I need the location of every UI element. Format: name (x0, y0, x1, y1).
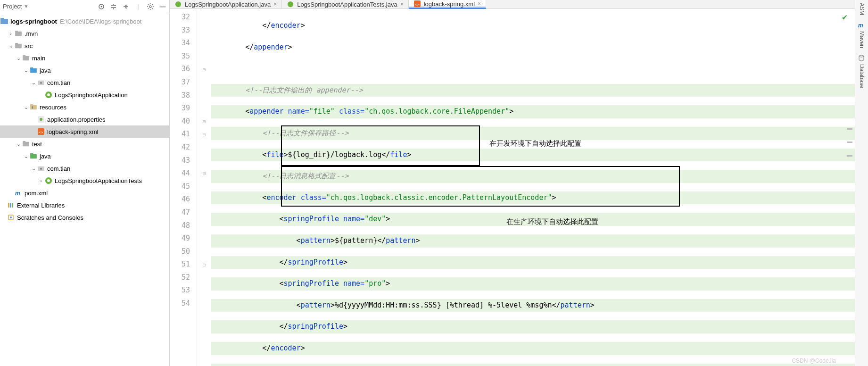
tree-item-label: java (40, 153, 51, 160)
resources-folder-icon (29, 103, 38, 111)
test-folder-icon (29, 152, 38, 160)
tree-item-label: test (32, 141, 42, 148)
close-icon[interactable]: × (478, 0, 481, 7)
line-number: 48 (170, 219, 190, 233)
tree-src[interactable]: ⌄src (0, 40, 169, 52)
tree-app-test[interactable]: ›LogsSpringbootApplicationTests (0, 175, 169, 187)
collapse-all-icon[interactable] (122, 3, 130, 10)
line-number: 38 (170, 89, 190, 102)
svg-rect-31 (8, 203, 9, 208)
expand-all-icon[interactable] (110, 3, 117, 10)
line-number: 44 (170, 167, 190, 180)
svg-rect-8 (15, 43, 18, 44)
fold-marker-icon[interactable]: ⊟ (197, 63, 211, 76)
rb-database[interactable]: Database (858, 55, 866, 88)
tree-java-test[interactable]: ⌄java (0, 150, 169, 162)
annotation-text-dev: 在开发环境下自动选择此配置 (489, 139, 581, 148)
settings-icon[interactable] (147, 3, 154, 10)
tab-app-main[interactable]: LogsSpringbootApplication.java × (170, 0, 282, 8)
chevron-down-icon: ⌄ (8, 43, 14, 49)
chevron-down-icon: ⌄ (30, 166, 37, 172)
close-icon[interactable]: × (400, 1, 404, 8)
tree-item-label: External Libraries (17, 202, 65, 209)
svg-point-2 (149, 6, 151, 8)
code-editor[interactable]: ✔ 32 33 34 35 36 37 38 39 40 41 42 43 44… (170, 9, 855, 366)
tree-main[interactable]: ⌄main (0, 52, 169, 64)
svg-rect-33 (12, 203, 13, 208)
tree-item-label: application.properties (47, 116, 106, 123)
svg-rect-6 (15, 31, 18, 32)
tree-item-label: com.tian (47, 165, 70, 172)
line-number: 43 (170, 154, 190, 167)
line-number: 54 (170, 297, 190, 310)
svg-rect-18 (32, 106, 33, 108)
tree-logback[interactable]: <>logback-spring.xml (0, 125, 169, 138)
rb-asm[interactable]: ASM (859, 3, 865, 15)
line-gutter: 32 33 34 35 36 37 38 39 40 41 42 43 44 4… (170, 9, 197, 366)
fold-marker-icon[interactable]: ⊟ (197, 167, 211, 180)
line-number: 35 (170, 50, 190, 63)
library-icon (7, 201, 15, 209)
tab-label: LogsSpringbootApplication.java (185, 1, 271, 8)
svg-rect-32 (10, 203, 11, 208)
tree-app-main[interactable]: LogsSpringbootApplication (0, 89, 169, 101)
tab-app-tests[interactable]: LogsSpringbootApplicationTests.java × (282, 0, 408, 8)
rb-maven[interactable]: mMaven (858, 22, 866, 48)
tree-mvn[interactable]: ›.mvn (0, 27, 169, 40)
line-number: 40 (170, 115, 190, 128)
line-number: 51 (170, 258, 190, 271)
svg-text:m: m (858, 22, 863, 28)
locate-icon[interactable] (98, 3, 105, 10)
xml-file-icon: <> (413, 0, 421, 8)
code-area[interactable]: </encoder> </appender> <!--日志文件输出的 appen… (211, 9, 855, 366)
properties-file-icon (37, 115, 45, 124)
svg-point-37 (288, 1, 293, 7)
tree-item-label: .mvn (25, 30, 38, 37)
hide-icon[interactable]: — (159, 3, 166, 10)
project-title[interactable]: Project ▼ (3, 3, 28, 10)
fold-marker-icon[interactable]: ⊟ (197, 128, 211, 141)
svg-rect-4 (0, 18, 4, 20)
folder-icon (0, 17, 8, 25)
tree-resources[interactable]: ⌄resources (0, 101, 169, 113)
database-icon (858, 55, 866, 62)
fold-marker-icon[interactable]: ⊟ (197, 258, 211, 271)
line-number: 37 (170, 76, 190, 89)
tree-root[interactable]: logs-springboot E:\Code\IDEA\logs-spring… (0, 15, 169, 27)
tree-pkg-test[interactable]: ⌄com.tian (0, 162, 169, 175)
project-sidebar: Project ▼ | — logs-springboot E:\Code\ID… (0, 0, 170, 366)
chevron-down-icon: ⌄ (23, 153, 29, 159)
tab-logback[interactable]: <> logback-spring.xml × (409, 0, 486, 9)
tree-test[interactable]: ⌄test (0, 138, 169, 150)
tree-app-props[interactable]: application.properties (0, 113, 169, 125)
line-number: 45 (170, 180, 190, 193)
spring-class-icon (174, 0, 182, 8)
chevron-down-icon: ⌄ (15, 55, 22, 61)
folder-icon (14, 42, 23, 50)
fold-marker-icon[interactable]: ⊟ (197, 115, 211, 128)
line-number: 33 (170, 24, 190, 37)
maven-icon: m (858, 22, 866, 29)
svg-point-20 (40, 118, 42, 121)
maven-file-icon: m (14, 189, 23, 197)
tree-ext-lib[interactable]: External Libraries (0, 199, 169, 211)
close-icon[interactable]: × (273, 1, 277, 8)
tree-item-label: java (40, 67, 51, 74)
watermark: CSDN @CodeJia (792, 358, 836, 364)
tree-java[interactable]: ⌄java (0, 64, 169, 76)
tab-label: logback-spring.xml (424, 0, 475, 8)
spring-class-icon (287, 0, 294, 8)
svg-text:m: m (15, 190, 20, 196)
line-number: 50 (170, 245, 190, 258)
project-toolbar: Project ▼ | — (0, 0, 169, 13)
tree-pkg-main[interactable]: ⌄com.tian (0, 76, 169, 89)
scrollbar-markers (846, 128, 853, 157)
chevron-right-icon: › (38, 178, 44, 183)
tree-scratches[interactable]: Scratches and Consoles (0, 211, 169, 224)
line-number: 52 (170, 271, 190, 284)
package-icon (37, 164, 45, 173)
right-toolbar: ASM mMaven Database (855, 0, 868, 366)
line-number: 39 (170, 102, 190, 115)
chevron-down-icon: ⌄ (15, 141, 22, 147)
tree-pom[interactable]: mpom.xml (0, 187, 169, 199)
